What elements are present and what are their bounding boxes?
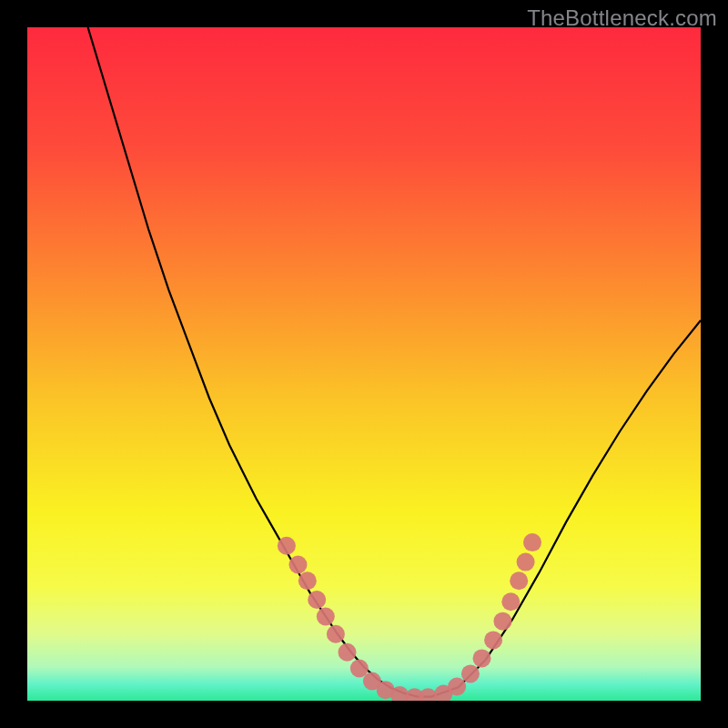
chart-frame: TheBottleneck.com — [0, 0, 728, 728]
curve-marker — [493, 612, 511, 631]
curve-marker — [308, 591, 326, 609]
curve-marker — [278, 537, 296, 555]
curve-marker — [517, 553, 535, 571]
chart-plot-area — [27, 27, 701, 701]
curve-marker — [327, 625, 345, 643]
gradient-background — [27, 27, 701, 701]
curve-marker — [298, 571, 317, 590]
curve-marker — [461, 664, 480, 682]
curve-marker — [523, 533, 541, 551]
curve-marker — [339, 643, 357, 662]
chart-svg — [27, 27, 701, 701]
curve-marker — [510, 571, 528, 590]
curve-marker — [473, 649, 491, 667]
curve-marker — [288, 556, 307, 574]
curve-marker — [317, 608, 335, 626]
curve-marker — [484, 631, 502, 649]
curve-marker — [501, 592, 520, 611]
curve-marker — [448, 677, 466, 695]
